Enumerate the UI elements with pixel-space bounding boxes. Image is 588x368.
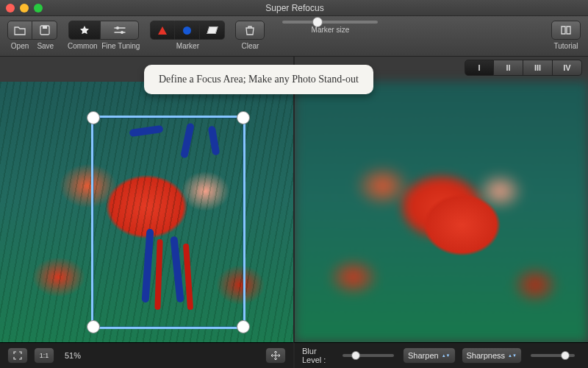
marker-red-button[interactable] bbox=[150, 21, 175, 40]
view-tab-1[interactable]: I bbox=[465, 60, 494, 76]
handle-top-right[interactable] bbox=[237, 111, 250, 124]
view-tab-4[interactable]: IV bbox=[553, 60, 582, 76]
view-tabs: I II III IV bbox=[465, 60, 582, 76]
window-controls bbox=[6, 4, 43, 13]
marker-blue-button[interactable] bbox=[175, 21, 200, 40]
clear-button[interactable] bbox=[235, 21, 265, 40]
zoom-percent: 51% bbox=[65, 351, 81, 360]
photo-sharp-focus bbox=[401, 165, 524, 290]
common-button[interactable] bbox=[68, 21, 101, 40]
star-icon bbox=[79, 25, 90, 35]
stepper-icon: ▲▼ bbox=[508, 354, 517, 358]
blur-level-label: Blur Level : bbox=[302, 347, 337, 364]
triangle-red-icon bbox=[158, 26, 167, 35]
clear-group: Clear bbox=[235, 21, 265, 50]
sliders-icon bbox=[113, 25, 126, 35]
pan-button[interactable] bbox=[265, 347, 286, 364]
save-button[interactable] bbox=[32, 21, 57, 40]
window-title: Super Refocus bbox=[43, 3, 547, 13]
save-label: Save bbox=[37, 42, 54, 50]
marker-size-group: Marker size bbox=[282, 21, 378, 34]
close-icon[interactable] bbox=[6, 4, 15, 13]
open-button[interactable] bbox=[7, 21, 32, 40]
sharpness-dropdown[interactable]: Sharpness ▲▼ bbox=[462, 347, 522, 364]
marker-eraser-button[interactable] bbox=[200, 21, 225, 40]
actual-size-button[interactable]: 1:1 bbox=[34, 347, 54, 364]
view-tab-2[interactable]: II bbox=[494, 60, 523, 76]
edit-canvas[interactable] bbox=[0, 82, 293, 342]
marker-group: Marker bbox=[150, 21, 225, 50]
actual-size-label: 1:1 bbox=[40, 352, 49, 359]
focus-rectangle[interactable] bbox=[91, 116, 245, 329]
svg-point-5 bbox=[121, 31, 123, 34]
zoom-icon[interactable] bbox=[34, 4, 43, 13]
right-footer: Blur Level : Sharpen ▲▼ Sharpness ▲▼ bbox=[293, 342, 588, 368]
folder-icon bbox=[14, 25, 26, 35]
sharpen-drop-label: Sharpen bbox=[408, 351, 439, 360]
svg-rect-1 bbox=[43, 26, 47, 29]
edit-pane bbox=[0, 57, 293, 342]
clear-label: Clear bbox=[241, 42, 259, 50]
trash-icon bbox=[244, 25, 256, 35]
tutorial-button[interactable] bbox=[551, 21, 581, 40]
mode-group: Common Fine Tuning bbox=[68, 21, 140, 50]
bottom-bars: 1:1 51% Blur Level : Sharpen ▲▼ Sharpnes… bbox=[0, 342, 588, 368]
open-label: Open bbox=[11, 42, 29, 50]
floppy-icon bbox=[40, 25, 50, 35]
minimize-icon[interactable] bbox=[20, 4, 29, 13]
book-icon bbox=[560, 25, 572, 35]
tutorial-group: Tutorial bbox=[551, 21, 581, 50]
move-icon bbox=[270, 350, 281, 361]
handle-bottom-right[interactable] bbox=[237, 320, 250, 333]
left-footer: 1:1 51% bbox=[0, 342, 293, 368]
fine-tuning-button[interactable] bbox=[101, 21, 139, 40]
marker-label: Marker bbox=[176, 42, 199, 50]
fullscreen-icon bbox=[13, 351, 22, 360]
fullscreen-button[interactable] bbox=[7, 347, 28, 364]
preview-canvas bbox=[295, 82, 588, 342]
fine-tuning-label: Fine Tuning bbox=[101, 42, 140, 50]
blur-level-slider[interactable] bbox=[343, 354, 394, 357]
handle-bottom-left[interactable] bbox=[87, 320, 100, 333]
sharpness-slider[interactable] bbox=[531, 354, 575, 357]
titlebar: Super Refocus bbox=[0, 0, 588, 16]
handle-top-left[interactable] bbox=[87, 111, 100, 124]
main-split: I II III IV bbox=[0, 57, 588, 342]
circle-blue-icon bbox=[183, 26, 191, 35]
view-tab-3[interactable]: III bbox=[523, 60, 553, 76]
sharpness-drop-label: Sharpness bbox=[467, 351, 506, 360]
marker-size-label: Marker size bbox=[312, 26, 350, 34]
file-group: Open Save bbox=[7, 21, 57, 50]
preview-pane: I II III IV bbox=[293, 57, 588, 342]
marker-size-slider[interactable] bbox=[282, 21, 378, 24]
sharpen-dropdown[interactable]: Sharpen ▲▼ bbox=[403, 347, 455, 364]
svg-point-4 bbox=[116, 26, 119, 29]
hint-callout: Define a Focus Area; Make any Photo Stan… bbox=[144, 65, 373, 94]
stepper-icon: ▲▼ bbox=[442, 354, 451, 358]
tutorial-label: Tutorial bbox=[554, 42, 578, 50]
common-label: Common bbox=[68, 42, 98, 50]
toolbar: Open Save Common Fine Tuning Marker Clea… bbox=[0, 16, 588, 57]
eraser-icon bbox=[207, 26, 218, 34]
